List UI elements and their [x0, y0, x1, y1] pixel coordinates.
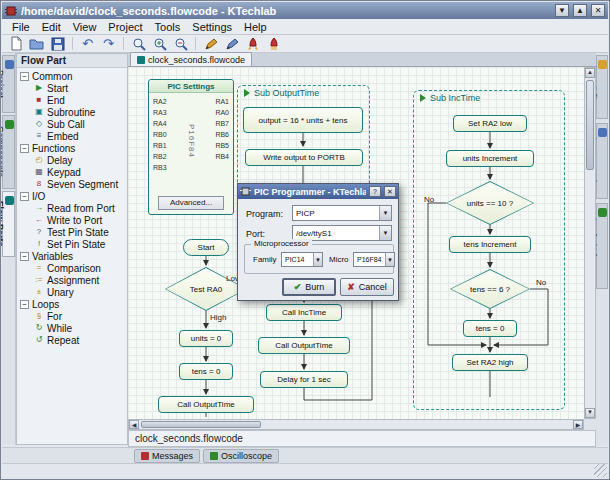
dialog-help-button[interactable]: ?	[369, 186, 381, 197]
node-start[interactable]: Start	[183, 239, 229, 256]
edit-microbe-icon[interactable]	[201, 35, 220, 52]
expander-icon[interactable]: −	[20, 192, 29, 201]
dock-tab-context-help[interactable]: Context Help	[596, 123, 608, 199]
node-tens-zero-main[interactable]: tens = 0	[179, 363, 233, 380]
document-tab[interactable]: clock_seconds.flowcode	[130, 52, 252, 66]
scroll-left-icon[interactable]: ◀	[129, 420, 139, 429]
node-call-outputtime-1[interactable]: Call OutputTime	[158, 396, 254, 413]
maximize-button[interactable]: ▲	[573, 4, 587, 17]
dialog-close-button[interactable]: ✕	[384, 186, 396, 197]
dock-tab-project[interactable]: Project	[2, 55, 15, 113]
node-delay-1sec[interactable]: Delay for 1 sec	[260, 371, 348, 388]
menu-tools[interactable]: Tools	[149, 21, 187, 33]
node-units-increment[interactable]: units Increment	[446, 150, 534, 167]
expander-icon[interactable]: −	[20, 72, 29, 81]
tree-item-while[interactable]: ↻While	[17, 322, 127, 334]
close-button[interactable]: ✕	[591, 4, 605, 17]
tab-oscilloscope[interactable]: Oscilloscope	[203, 449, 279, 463]
chevron-down-icon[interactable]: ▼	[379, 206, 391, 220]
menu-help[interactable]: Help	[238, 21, 273, 33]
upload-pic-icon[interactable]	[264, 35, 283, 52]
expander-icon[interactable]: −	[20, 300, 29, 309]
dock-tab-flow-parts[interactable]: Flow Parts	[2, 191, 15, 257]
resize-grip[interactable]	[594, 464, 607, 477]
node-tens-increment[interactable]: tens Increment	[449, 236, 531, 253]
node-output-expression[interactable]: output = 16 * units + tens	[243, 107, 363, 133]
pic-advanced-button[interactable]: Advanced...	[158, 196, 224, 210]
minimize-button[interactable]: ▼	[555, 4, 569, 17]
tree-group-loops[interactable]: −Loops	[17, 298, 127, 310]
chevron-down-icon[interactable]: ▼	[379, 226, 391, 240]
node-call-outputtime-2[interactable]: Call OutputTime	[258, 337, 350, 354]
tree-item-subroutine[interactable]: ▣Subroutine	[17, 106, 127, 118]
program-combobox[interactable]: PICP▼	[292, 205, 392, 221]
cancel-button[interactable]: ✘Cancel	[340, 278, 394, 296]
chevron-down-icon[interactable]: ▼	[313, 253, 322, 266]
tree-item-unary[interactable]: ±Unary	[17, 286, 127, 298]
tree-item-delay[interactable]: ◴Delay	[17, 154, 127, 166]
family-combobox[interactable]: PIC14▼	[281, 252, 323, 267]
tree-item-set-pin-state[interactable]: !Set Pin State	[17, 238, 127, 250]
zoom-in-icon[interactable]	[150, 35, 169, 52]
tree-item-test-pin-state[interactable]: ?Test Pin State	[17, 226, 127, 238]
decision-units-10[interactable]: units == 10 ?	[446, 181, 534, 225]
decision-tens-6[interactable]: tens == 6 ?	[450, 269, 530, 309]
tab-messages[interactable]: Messages	[134, 449, 200, 463]
redo-icon[interactable]: ↷	[99, 35, 118, 52]
micro-combobox[interactable]: P16F84▼	[353, 252, 395, 267]
node-tens-zero[interactable]: tens = 0	[463, 320, 517, 337]
tree-item-comparison[interactable]: =Comparison	[17, 262, 127, 274]
menu-project[interactable]: Project	[102, 21, 148, 33]
tree-item-sub-call[interactable]: ◇Sub Call	[17, 118, 127, 130]
zoom-out-icon[interactable]	[171, 35, 190, 52]
node-units-zero[interactable]: units = 0	[179, 330, 233, 347]
scroll-up-icon[interactable]: ▲	[585, 68, 595, 78]
vertical-scroll-thumb[interactable]	[586, 80, 594, 170]
dock-tab-components[interactable]: Components	[2, 115, 15, 189]
tree-item-assignment[interactable]: :=Assignment	[17, 274, 127, 286]
tree-item-repeat[interactable]: ↺Repeat	[17, 334, 127, 346]
tree-item-start[interactable]: ▶Start	[17, 82, 127, 94]
expander-icon[interactable]: −	[20, 144, 29, 153]
dock-tab-item-editor[interactable]: Item Editor	[596, 55, 608, 119]
tree-item-for[interactable]: §For	[17, 310, 127, 322]
tree-item-end[interactable]: ■End	[17, 94, 127, 106]
open-document-icon[interactable]	[27, 35, 46, 52]
node-set-ra2-low[interactable]: Set RA2 low	[453, 115, 527, 132]
chevron-down-icon[interactable]: ▼	[385, 253, 394, 266]
tree-item-read-from-port[interactable]: →Read from Port	[17, 202, 127, 214]
tree-item-embed[interactable]: ≡Embed	[17, 130, 127, 142]
node-call-inctime[interactable]: Call IncTime	[266, 304, 342, 321]
horizontal-scrollbar[interactable]: ◀ ▶	[128, 419, 584, 430]
zoom-original-icon[interactable]	[129, 35, 148, 52]
tree-group-functions[interactable]: −Functions	[17, 142, 127, 154]
tree-item-seven-segment[interactable]: 8Seven Segment	[17, 178, 127, 190]
new-document-icon[interactable]	[6, 35, 25, 52]
tree-item-write-to-port[interactable]: ←Write to Port	[17, 214, 127, 226]
pic-settings-block[interactable]: PIC Settings RA2 RA3 RA4 RB0 RB1 RB2 RB3…	[148, 79, 234, 215]
node-write-portb[interactable]: Write output to PORTB	[245, 149, 363, 166]
scroll-down-icon[interactable]: ▼	[585, 408, 595, 418]
menu-file[interactable]: File	[6, 21, 36, 33]
vertical-scrollbar[interactable]: ▲ ▼	[584, 67, 596, 419]
expander-icon[interactable]: −	[20, 252, 29, 261]
horizontal-scroll-thumb[interactable]	[141, 421, 261, 428]
menu-settings[interactable]: Settings	[186, 21, 238, 33]
node-set-ra2-high[interactable]: Set RA2 high	[452, 354, 528, 371]
edit-assembly-icon[interactable]	[222, 35, 241, 52]
burn-button[interactable]: ✔Burn	[282, 278, 336, 296]
tree-group-variables[interactable]: −Variables	[17, 250, 127, 262]
tree-group-common[interactable]: −Common	[17, 70, 127, 82]
undo-icon[interactable]: ↶	[78, 35, 97, 52]
save-document-icon[interactable]	[48, 35, 67, 52]
dialog-titlebar[interactable]: PIC Programmer - KTechlab ? ✕	[238, 184, 398, 199]
menu-view[interactable]: View	[67, 21, 103, 33]
dock-tab-symbol-viewer[interactable]: Symbol Viewer	[596, 203, 608, 289]
tree-item-keypad[interactable]: ▦Keypad	[17, 166, 127, 178]
tree-group-io[interactable]: −I/O	[17, 190, 127, 202]
titlebar[interactable]: /home/david/clock_seconds.flowcode - KTe…	[2, 2, 608, 19]
menu-edit[interactable]: Edit	[36, 21, 67, 33]
subroutine-icon: ▣	[34, 107, 44, 117]
scroll-right-icon[interactable]: ▶	[573, 420, 583, 429]
program-pic-icon[interactable]	[243, 35, 262, 52]
